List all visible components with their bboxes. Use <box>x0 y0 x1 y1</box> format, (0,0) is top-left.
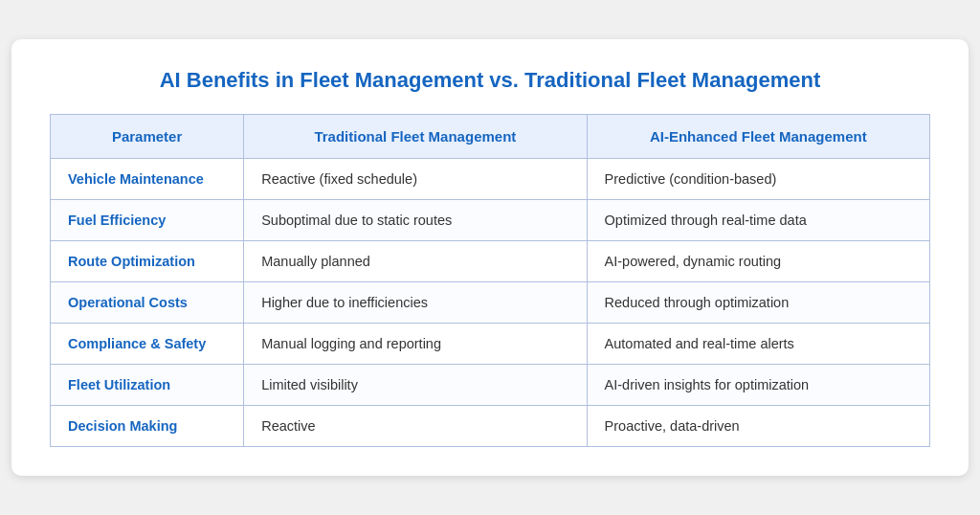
table-row: Operational CostsHigher due to inefficie… <box>51 282 930 324</box>
cell-parameter: Route Optimization <box>51 241 244 282</box>
header-traditional: Traditional Fleet Management <box>244 115 587 159</box>
table-row: Route OptimizationManually plannedAI-pow… <box>51 241 930 282</box>
main-card: AI Benefits in Fleet Management vs. Trad… <box>11 39 969 476</box>
cell-parameter: Fleet Utilization <box>51 365 244 406</box>
table-row: Fleet UtilizationLimited visibilityAI-dr… <box>51 365 930 406</box>
cell-traditional: Reactive <box>244 406 587 447</box>
cell-ai: Predictive (condition-based) <box>587 159 929 200</box>
cell-traditional: Manual logging and reporting <box>244 324 587 365</box>
table-row: Fuel EfficiencySuboptimal due to static … <box>51 200 930 241</box>
page-title: AI Benefits in Fleet Management vs. Trad… <box>50 68 930 93</box>
comparison-table: Parameter Traditional Fleet Management A… <box>50 114 930 447</box>
cell-ai: Automated and real-time alerts <box>587 324 929 365</box>
table-row: Decision MakingReactiveProactive, data-d… <box>51 406 930 447</box>
cell-ai: Reduced through optimization <box>587 282 929 324</box>
header-parameter: Parameter <box>51 115 244 159</box>
cell-parameter: Operational Costs <box>51 282 244 324</box>
cell-traditional: Suboptimal due to static routes <box>244 200 587 241</box>
header-ai: AI-Enhanced Fleet Management <box>587 115 929 159</box>
table-row: Compliance & SafetyManual logging and re… <box>51 324 930 365</box>
cell-parameter: Decision Making <box>51 406 244 447</box>
cell-parameter: Vehicle Maintenance <box>51 159 244 200</box>
cell-traditional: Reactive (fixed schedule) <box>244 159 587 200</box>
table-row: Vehicle MaintenanceReactive (fixed sched… <box>51 159 930 200</box>
cell-ai: AI-powered, dynamic routing <box>587 241 929 282</box>
cell-traditional: Limited visibility <box>244 365 587 406</box>
cell-traditional: Manually planned <box>244 241 587 282</box>
cell-ai: Proactive, data-driven <box>587 406 929 447</box>
cell-traditional: Higher due to inefficiencies <box>244 282 587 324</box>
cell-parameter: Compliance & Safety <box>51 324 244 365</box>
cell-ai: Optimized through real-time data <box>587 200 929 241</box>
cell-ai: AI-driven insights for optimization <box>587 365 929 406</box>
cell-parameter: Fuel Efficiency <box>51 200 244 241</box>
